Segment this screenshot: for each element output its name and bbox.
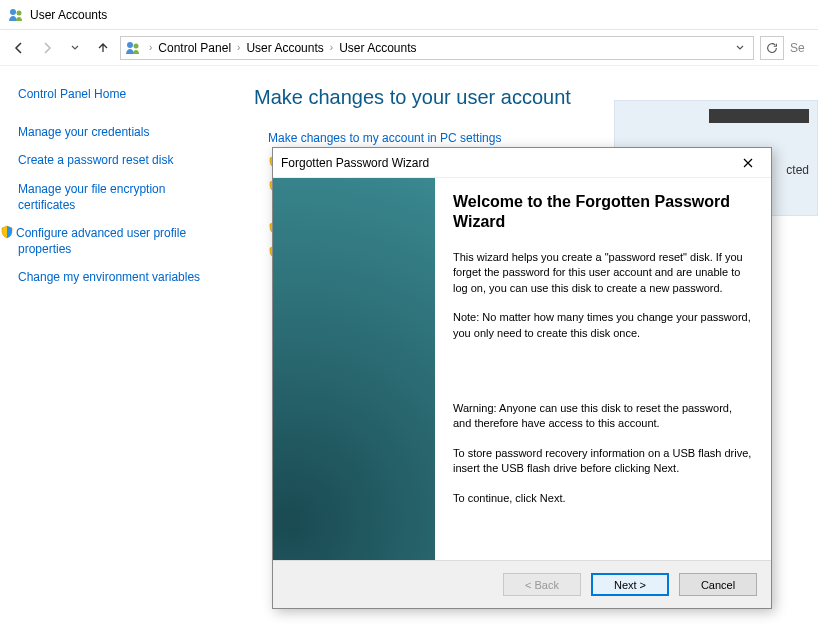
window-titlebar: User Accounts (0, 0, 818, 30)
svg-point-2 (127, 42, 133, 48)
sidebar-link-reset-disk[interactable]: Create a password reset disk (18, 152, 218, 168)
navbar: › Control Panel › User Accounts › User A… (0, 30, 818, 66)
back-button: < Back (503, 573, 581, 596)
users-icon (8, 7, 24, 23)
forward-button[interactable] (36, 37, 58, 59)
wizard-content: Welcome to the Forgotten Password Wizard… (435, 178, 771, 560)
control-panel-home-link[interactable]: Control Panel Home (18, 86, 218, 102)
sidebar-link-advanced-profile[interactable]: Configure advanced user profile properti… (18, 225, 218, 257)
sidebar: Control Panel Home Manage your credentia… (0, 66, 230, 624)
forgotten-password-wizard: Forgotten Password Wizard Welcome to the… (272, 147, 772, 609)
wizard-banner (273, 178, 435, 560)
chevron-right-icon[interactable]: › (145, 42, 156, 53)
next-button[interactable]: Next > (591, 573, 669, 596)
chevron-right-icon[interactable]: › (233, 42, 244, 53)
sidebar-link-credentials[interactable]: Manage your credentials (18, 124, 218, 140)
close-button[interactable] (733, 151, 763, 175)
wizard-paragraph: To continue, click Next. (453, 491, 753, 506)
up-button[interactable] (92, 37, 114, 59)
breadcrumb-item[interactable]: User Accounts (337, 39, 418, 57)
breadcrumb[interactable]: › Control Panel › User Accounts › User A… (120, 36, 754, 60)
breadcrumb-item[interactable]: User Accounts (244, 39, 325, 57)
svg-point-0 (10, 9, 16, 15)
sidebar-link-env-vars[interactable]: Change my environment variables (18, 269, 218, 285)
wizard-footer: < Back Next > Cancel (273, 560, 771, 608)
wizard-body: Welcome to the Forgotten Password Wizard… (273, 178, 771, 560)
wizard-titlebar[interactable]: Forgotten Password Wizard (273, 148, 771, 178)
address-dropdown[interactable] (731, 43, 749, 53)
window-title: User Accounts (30, 8, 107, 22)
breadcrumb-item[interactable]: Control Panel (156, 39, 233, 57)
sidebar-link-label: Configure advanced user profile properti… (16, 226, 186, 256)
search-input[interactable]: Se (790, 36, 810, 60)
cancel-button[interactable]: Cancel (679, 573, 757, 596)
refresh-button[interactable] (760, 36, 784, 60)
recent-dropdown[interactable] (64, 37, 86, 59)
chevron-right-icon[interactable]: › (326, 42, 337, 53)
wizard-paragraph: Note: No matter how many times you chang… (453, 310, 753, 341)
wizard-heading: Welcome to the Forgotten Password Wizard (453, 192, 753, 232)
wizard-paragraph: Warning: Anyone can use this disk to res… (453, 401, 753, 432)
wizard-paragraph: To store password recovery information o… (453, 446, 753, 477)
shield-icon (0, 225, 14, 239)
sidebar-link-encryption[interactable]: Manage your file encryption certificates (18, 181, 218, 213)
svg-point-1 (17, 10, 22, 15)
back-button[interactable] (8, 37, 30, 59)
wizard-paragraph: This wizard helps you create a "password… (453, 250, 753, 296)
users-icon (125, 40, 141, 56)
svg-point-3 (134, 43, 139, 48)
account-name-obscured (709, 109, 809, 123)
wizard-title: Forgotten Password Wizard (281, 156, 429, 170)
